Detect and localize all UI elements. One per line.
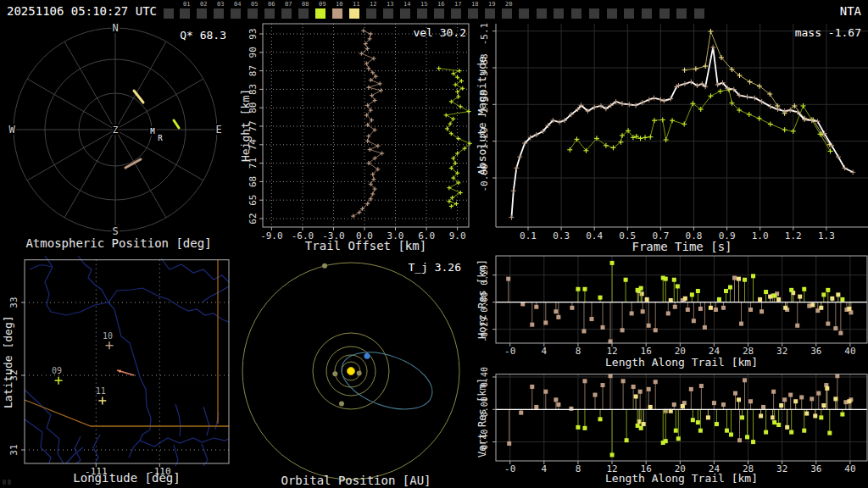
station-slot-number: 01: [183, 1, 190, 8]
svg-text:87: 87: [248, 65, 259, 76]
station-slot-empty[interactable]: [164, 8, 174, 19]
station-slot-empty[interactable]: [676, 8, 687, 19]
map-xaxis-label: Longitude [deg]: [25, 471, 229, 485]
vert-res-ticks: -04812162024283236400.40-0.00-0.40: [480, 367, 856, 474]
svg-text:33: 33: [8, 297, 19, 308]
trail-series-10: [351, 29, 384, 219]
station-slot-empty[interactable]: [571, 8, 581, 19]
magnitude-panel: 0.10.30.40.50.70.80.91.01.21.3-5.17-3.88…: [475, 23, 868, 254]
station-slot-empty[interactable]: [537, 8, 547, 19]
q-star-annotation: Q* 68.3: [180, 29, 226, 42]
vert-res-grid: [496, 374, 867, 461]
station-slot-empty[interactable]: [624, 8, 634, 19]
station-slot-empty[interactable]: [554, 8, 564, 19]
station-slot-04[interactable]: [231, 8, 241, 19]
svg-text:09: 09: [52, 366, 62, 375]
vert-res-yaxis-label: Vert Res [km]: [476, 378, 488, 458]
svg-text:S: S: [112, 225, 118, 237]
station-slot-14[interactable]: [400, 8, 410, 19]
mass-annotation: mass -1.67: [795, 26, 861, 39]
svg-text:-5.17: -5.17: [479, 23, 490, 45]
station-slot-empty[interactable]: [607, 8, 617, 19]
watermark: [3, 480, 11, 485]
sun-dot: [348, 368, 355, 375]
svg-text:62: 62: [248, 213, 259, 224]
magnitude-yaxis-label: Absolute Magnitude: [476, 56, 488, 175]
station-slot-number: 05: [251, 1, 258, 8]
station-slot-19[interactable]: [485, 8, 495, 19]
residuals-chart: -04812162024283236400.290.00-0.29-048121…: [475, 254, 868, 488]
station-slot-number: 14: [403, 1, 410, 8]
svg-text:N: N: [112, 23, 118, 34]
station-slot-number: 04: [234, 1, 241, 8]
svg-text:Z: Z: [113, 125, 119, 136]
residuals-panel: -04812162024283236400.290.00-0.29-048121…: [475, 254, 868, 488]
svg-text:11: 11: [96, 386, 106, 396]
tisserand-annotation: T_j 3.26: [408, 261, 461, 274]
station-slot-07[interactable]: [281, 8, 292, 19]
station-slot-number: 20: [505, 1, 512, 8]
station-slot-number: 07: [285, 1, 292, 8]
vert-res-frame: [496, 374, 867, 461]
station-slot-12[interactable]: [366, 8, 376, 19]
station-slot-number: 12: [370, 1, 376, 8]
magnitude-ticks: 0.10.30.40.50.70.80.91.01.21.3-5.17-3.88…: [479, 23, 835, 241]
trail-offset-chart: -9.0-6.0-3.00.03.06.09.09390878380777471…: [237, 23, 475, 254]
station-slot-16[interactable]: [434, 8, 444, 19]
station-slot-18[interactable]: [468, 8, 478, 19]
sun: [348, 368, 355, 375]
station-slot-13[interactable]: [383, 8, 393, 19]
svg-text:31: 31: [8, 444, 19, 455]
station-slot-number: 19: [488, 1, 495, 8]
map-yaxis-label: Latitude [deg]: [2, 315, 14, 408]
jupiter-dot: [322, 263, 327, 269]
station-slot-11[interactable]: [349, 8, 359, 19]
station-slot-10[interactable]: [332, 8, 342, 19]
mars-dot: [339, 401, 344, 406]
trail-xaxis-label: Trail Offset [km]: [263, 239, 469, 252]
station-slot-number: 15: [420, 1, 427, 8]
trail-ticks: -9.0-6.0-3.00.03.06.09.09390878380777471…: [248, 28, 466, 241]
meteor-dashboard: 20251106 05:10:27 UTC 010203040506070809…: [0, 0, 868, 488]
ground-map-chart: 091011-111-110333231: [0, 254, 237, 488]
station-slot-09[interactable]: [315, 8, 326, 19]
trail-offset-panel: -9.0-6.0-3.00.03.06.09.09390878380777471…: [237, 23, 475, 254]
magnitude-chart: 0.10.30.40.50.70.80.91.01.21.3-5.17-3.88…: [475, 23, 868, 254]
map-track-arrow: [117, 369, 134, 375]
svg-text:90: 90: [248, 47, 259, 58]
station-slot-05[interactable]: [248, 8, 258, 19]
station-slot-17[interactable]: [451, 8, 461, 19]
station-slot-number: 03: [217, 1, 224, 8]
station-slot-number: 06: [268, 1, 275, 8]
station-slot-number: 13: [387, 1, 393, 8]
station-slot-02[interactable]: [197, 8, 207, 19]
utc-timestamp: 20251106 05:10:27 UTC: [7, 4, 157, 18]
station-slot-number: 10: [336, 1, 342, 8]
station-slot-number: 08: [302, 1, 309, 8]
station-slot-empty[interactable]: [659, 8, 670, 19]
top-status-bar: 20251106 05:10:27 UTC 010203040506070809…: [0, 0, 868, 23]
map-ticks: -111-110333231: [8, 297, 171, 477]
station-slot-03[interactable]: [214, 8, 224, 19]
svg-text:68: 68: [248, 176, 259, 187]
station-slot-20[interactable]: [502, 8, 512, 19]
station-slot-number: 02: [200, 1, 207, 8]
station-slot-08[interactable]: [298, 8, 309, 19]
horz-res-yaxis-label: Horz Res [km]: [476, 259, 488, 339]
station-slot-06[interactable]: [264, 8, 275, 19]
earth-dot: [364, 353, 370, 359]
station-slot-empty[interactable]: [519, 8, 529, 19]
station-slot-empty[interactable]: [589, 8, 599, 19]
station-slot-15[interactable]: [417, 8, 427, 19]
station-slot-number: 17: [454, 1, 461, 8]
station-slot-empty[interactable]: [694, 8, 704, 19]
station-slot-number: 09: [319, 1, 326, 8]
station-slot-01[interactable]: [180, 8, 190, 19]
svg-text:10: 10: [103, 331, 113, 341]
orbit-title: Orbital Position [AU]: [237, 474, 475, 487]
station-slot-empty[interactable]: [642, 8, 652, 19]
atmospheric-position-panel: NESWZMR Q* 68.3 Atmospheric Position [de…: [0, 23, 237, 254]
atmospheric-title: Atmospheric Position [deg]: [0, 236, 237, 250]
trail-yaxis-label: Height [km]: [239, 89, 252, 162]
orbital-position-chart: [237, 254, 475, 488]
